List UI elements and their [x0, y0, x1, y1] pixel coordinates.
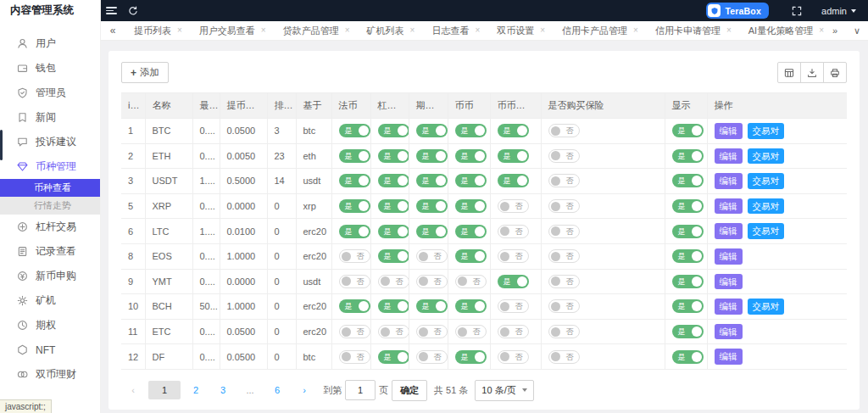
- toggle-insurance[interactable]: 否: [548, 249, 580, 263]
- toggle-coin[interactable]: 是: [455, 174, 487, 187]
- sidebar-subitem-行情走势[interactable]: 行情走势: [0, 197, 100, 215]
- page-link-3[interactable]: 3: [211, 381, 235, 399]
- toggle-lever[interactable]: 否: [378, 325, 409, 338]
- toggle-lever[interactable]: 是: [378, 299, 409, 313]
- toggle-insurance[interactable]: 否: [548, 275, 580, 288]
- toggle-fiat[interactable]: 否: [339, 275, 370, 288]
- toggle-option[interactable]: 否: [416, 249, 448, 263]
- toggle-show[interactable]: 是: [672, 225, 704, 238]
- tab-close-icon[interactable]: ×: [726, 26, 732, 35]
- toggle-insurance[interactable]: 否: [548, 199, 580, 213]
- toggle-coin[interactable]: 否: [455, 275, 487, 288]
- toggle-show[interactable]: 是: [672, 149, 704, 163]
- sidebar-item-记录查看[interactable]: 记录查看: [0, 239, 100, 264]
- toggle-coin[interactable]: 是: [455, 225, 487, 238]
- sidebar-item-新币申购[interactable]: 新币申购: [0, 264, 100, 288]
- tab-close-icon[interactable]: ×: [540, 26, 545, 35]
- toggle-show[interactable]: 是: [672, 275, 704, 288]
- toggle-transfer[interactable]: 否: [498, 225, 529, 238]
- tab-信用卡产品管理[interactable]: 信用卡产品管理×: [554, 21, 647, 40]
- toggle-transfer[interactable]: 是: [498, 149, 529, 163]
- toggle-show[interactable]: 是: [672, 199, 704, 213]
- pair-button[interactable]: 交易对: [748, 299, 785, 315]
- toggle-option[interactable]: 是: [416, 174, 448, 187]
- toggle-transfer[interactable]: 否: [498, 325, 529, 338]
- sidebar-item-管理员[interactable]: 管理员: [0, 81, 100, 105]
- fullscreen-icon[interactable]: [786, 0, 808, 21]
- tabs-dropdown-button[interactable]: ∨: [846, 25, 868, 36]
- tab-贷款产品管理[interactable]: 贷款产品管理×: [275, 21, 359, 40]
- toggle-insurance[interactable]: 否: [548, 149, 580, 163]
- toggle-insurance[interactable]: 否: [548, 350, 580, 364]
- pair-button[interactable]: 交易对: [748, 123, 785, 139]
- page-link-2[interactable]: 2: [184, 381, 208, 399]
- sort-icon[interactable]: [139, 103, 144, 111]
- edit-button[interactable]: 编辑: [715, 173, 743, 189]
- sidebar-item-币种管理[interactable]: 币种管理: [0, 154, 100, 179]
- toggle-fiat[interactable]: 是: [339, 174, 370, 187]
- toggle-coin[interactable]: 是: [455, 350, 487, 364]
- toggle-fiat[interactable]: 否: [339, 249, 370, 263]
- toggle-show[interactable]: 是: [672, 174, 704, 187]
- toggle-show[interactable]: 是: [672, 299, 704, 313]
- sidebar-item-双币理财[interactable]: 双币理财: [0, 362, 100, 387]
- edit-button[interactable]: 编辑: [715, 223, 743, 239]
- sidebar-item-期权[interactable]: 期权: [0, 313, 100, 338]
- toggle-option[interactable]: 否: [416, 275, 448, 288]
- prev-page-button[interactable]: ‹: [121, 381, 145, 399]
- sidebar-item-矿机[interactable]: 矿机: [0, 288, 100, 313]
- toggle-option[interactable]: 是: [416, 199, 448, 213]
- toggle-lever[interactable]: 是: [378, 149, 409, 163]
- toggle-show[interactable]: 是: [672, 249, 704, 263]
- toggle-transfer[interactable]: 是: [498, 275, 529, 288]
- sidebar-item-用户[interactable]: 用户: [0, 31, 100, 56]
- terabox-button[interactable]: TeraBox: [706, 3, 769, 19]
- toggle-insurance[interactable]: 否: [548, 174, 580, 187]
- toggle-coin[interactable]: 是: [455, 249, 487, 263]
- edit-button[interactable]: 编辑: [715, 349, 743, 365]
- toggle-fiat[interactable]: 否: [339, 325, 370, 338]
- edit-button[interactable]: 编辑: [715, 274, 743, 290]
- page-jump-input[interactable]: [345, 380, 376, 400]
- toggle-insurance[interactable]: 否: [548, 299, 580, 313]
- toggle-lever[interactable]: 是: [378, 225, 409, 238]
- toggle-fiat[interactable]: 是: [339, 299, 370, 313]
- pair-button[interactable]: 交易对: [748, 173, 785, 189]
- user-menu[interactable]: admin: [821, 6, 856, 16]
- pair-button[interactable]: 交易对: [748, 148, 785, 165]
- edit-button[interactable]: 编辑: [715, 299, 743, 315]
- toggle-option[interactable]: 否: [416, 350, 448, 364]
- toggle-lever[interactable]: 是: [378, 350, 409, 364]
- sidebar-scrollbar-thumb[interactable]: [0, 130, 3, 160]
- tab-信用卡申请管理[interactable]: 信用卡申请管理×: [647, 21, 740, 40]
- page-link-6[interactable]: 6: [265, 381, 289, 399]
- tab-用户交易查看[interactable]: 用户交易查看×: [191, 21, 275, 40]
- toggle-fiat[interactable]: 是: [339, 225, 370, 238]
- toggle-lever[interactable]: 否: [378, 275, 409, 288]
- toggle-coin[interactable]: 是: [455, 299, 487, 313]
- edit-button[interactable]: 编辑: [715, 248, 743, 265]
- toggle-fiat[interactable]: 是: [339, 124, 370, 137]
- col-header-id[interactable]: id: [121, 93, 145, 119]
- refresh-icon[interactable]: [122, 0, 144, 21]
- toggle-insurance[interactable]: 否: [548, 225, 580, 238]
- toggle-show[interactable]: 是: [672, 124, 704, 137]
- toggle-lever[interactable]: 是: [378, 174, 409, 187]
- toggle-transfer[interactable]: 否: [498, 199, 529, 213]
- tab-AI量化策略管理[interactable]: AI量化策略管理×: [740, 21, 824, 40]
- toggle-option[interactable]: 否: [416, 325, 448, 338]
- toggle-lever[interactable]: 是: [378, 124, 409, 137]
- sidebar-item-NFT[interactable]: NFT: [0, 338, 100, 362]
- toggle-transfer[interactable]: 否: [498, 249, 529, 263]
- toggle-transfer[interactable]: 否: [498, 299, 529, 313]
- tab-close-icon[interactable]: ×: [261, 26, 266, 35]
- tabs-collapse-button[interactable]: «: [100, 25, 125, 36]
- tab-close-icon[interactable]: ×: [475, 26, 480, 35]
- toggle-coin[interactable]: 是: [455, 149, 487, 163]
- tab-双币设置[interactable]: 双币设置×: [488, 21, 554, 40]
- next-page-button[interactable]: ›: [292, 381, 316, 399]
- toggle-option[interactable]: 是: [416, 225, 448, 238]
- toggle-insurance[interactable]: 否: [548, 124, 580, 137]
- edit-button[interactable]: 编辑: [715, 148, 743, 165]
- table-grid-button[interactable]: [777, 62, 801, 83]
